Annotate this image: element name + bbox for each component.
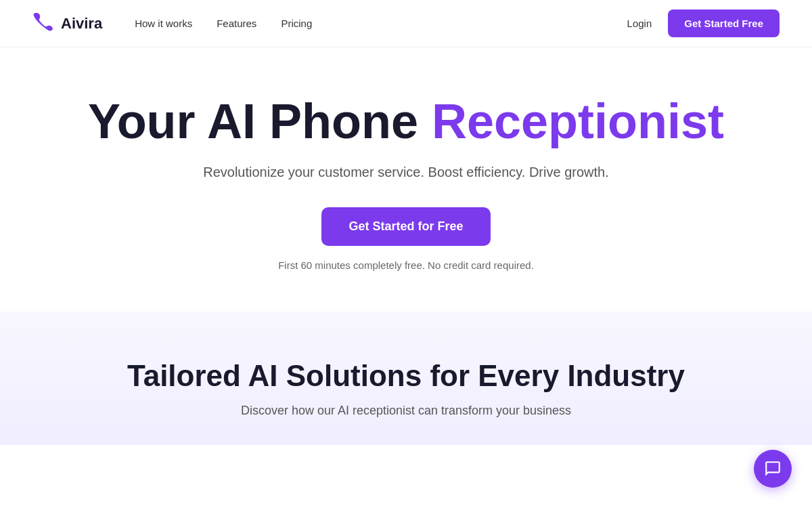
hero-subtitle: Revolutionize your customer service. Boo…	[203, 165, 609, 180]
nav-left: Aivira How it works Features Pricing	[32, 10, 312, 37]
nav-item-pricing[interactable]: Pricing	[281, 18, 312, 30]
nav-link-pricing[interactable]: Pricing	[281, 18, 312, 29]
nav-link-features[interactable]: Features	[217, 18, 256, 29]
lower-section: Tailored AI Solutions for Every Industry…	[0, 312, 812, 445]
lower-subtitle: Discover how our AI receptionist can tra…	[32, 404, 780, 418]
hero-title-part1: Your AI Phone	[88, 94, 432, 148]
brand-name: Aivira	[61, 15, 102, 33]
nav-link-how-it-works[interactable]: How it works	[135, 18, 192, 29]
phone-logo-icon	[32, 10, 54, 37]
chat-icon	[764, 460, 782, 478]
nav-item-how-it-works[interactable]: How it works	[135, 18, 192, 30]
navbar: Aivira How it works Features Pricing Log…	[0, 0, 812, 47]
login-link[interactable]: Login	[627, 18, 652, 29]
chat-bubble-button[interactable]	[754, 450, 792, 488]
nav-right: Login Get Started Free	[627, 9, 780, 37]
nav-item-features[interactable]: Features	[217, 18, 256, 30]
logo[interactable]: Aivira	[32, 10, 102, 37]
hero-section: Your AI Phone Receptionist Revolutionize…	[0, 47, 812, 312]
hero-title-accent: Receptionist	[432, 94, 724, 148]
nav-cta-button[interactable]: Get Started Free	[668, 9, 780, 37]
hero-cta-button[interactable]: Get Started for Free	[321, 207, 490, 246]
hero-title: Your AI Phone Receptionist	[88, 95, 724, 148]
nav-links: How it works Features Pricing	[135, 18, 312, 30]
hero-note: First 60 minutes completely free. No cre…	[278, 259, 534, 271]
lower-title: Tailored AI Solutions for Every Industry	[32, 359, 780, 393]
